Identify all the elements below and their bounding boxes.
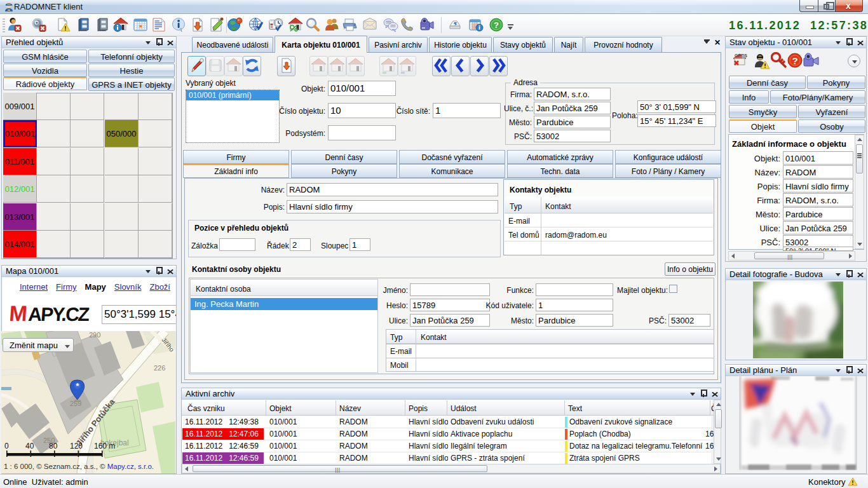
svg-text:0: 0	[4, 442, 9, 451]
svg-text:M: M	[10, 301, 28, 325]
svg-text:1 : 6 000, © Seznam.cz, a.s.,: 1 : 6 000, © Seznam.cz, a.s., © Mapy.cz,…	[4, 463, 154, 470]
svg-text:120: 120	[70, 442, 83, 451]
svg-text:?: ?	[494, 20, 499, 30]
svg-text:80: 80	[49, 442, 58, 451]
svg-text:*: *	[76, 382, 79, 391]
svg-text:?: ?	[792, 55, 797, 66]
svg-text:40: 40	[25, 442, 34, 451]
svg-text:160 m: 160 m	[94, 442, 115, 451]
svg-text:226: 226	[154, 364, 165, 372]
svg-text:290: 290	[89, 331, 100, 339]
svg-text:APY.CZ: APY.CZ	[27, 304, 90, 325]
svg-text:GPRS: GPRS	[735, 53, 747, 58]
